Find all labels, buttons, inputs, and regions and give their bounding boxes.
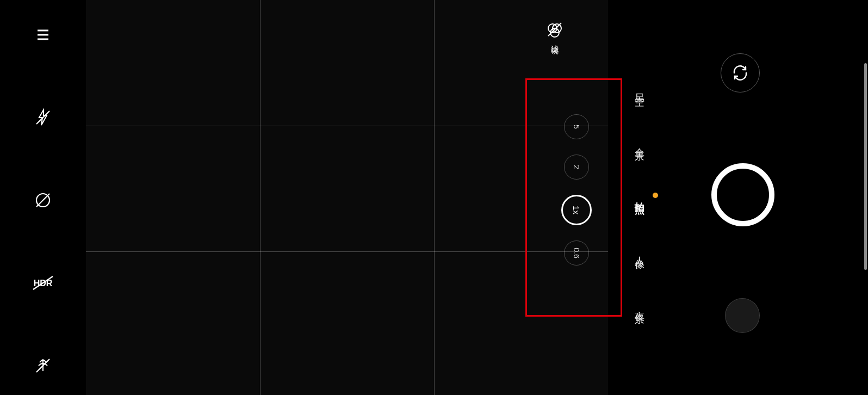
composition-grid-line: [86, 126, 608, 126]
left-toolbar: HDR: [0, 0, 86, 395]
composition-grid-line: [434, 0, 435, 395]
hdr-toggle[interactable]: HDR: [30, 270, 56, 296]
zoom-controls: 5 2 1x 0.6: [561, 114, 592, 266]
mode-active-indicator: [653, 193, 658, 198]
auto-enhance-toggle[interactable]: [30, 187, 56, 213]
zoom-0-6x-button[interactable]: 0.6: [564, 240, 589, 266]
zoom-5x-button[interactable]: 5: [564, 114, 589, 139]
right-controls: [664, 0, 816, 395]
mode-night[interactable]: 夜景: [633, 303, 646, 310]
mode-panorama[interactable]: 全景: [633, 140, 646, 146]
filter-icon: [546, 21, 563, 38]
switch-camera-button[interactable]: [721, 53, 760, 92]
flash-toggle[interactable]: [30, 104, 56, 131]
menu-button[interactable]: [30, 22, 56, 48]
filter-label: 滤镜: [550, 39, 560, 41]
hdr-off-icon: HDR: [31, 273, 55, 293]
camera-viewfinder[interactable]: [86, 0, 608, 395]
shutter-button[interactable]: [711, 163, 774, 226]
switch-camera-icon: [731, 64, 749, 82]
mode-portrait[interactable]: 人像: [633, 249, 646, 255]
mode-starry-sky[interactable]: 星空: [633, 85, 646, 92]
menu-icon: [33, 25, 53, 45]
composition-grid-line: [260, 0, 261, 395]
macro-off-icon: [33, 356, 53, 375]
zoom-1x-button[interactable]: 1x: [561, 195, 592, 225]
auto-enhance-off-icon: [33, 190, 53, 210]
mode-photo[interactable]: 拍照: [633, 194, 646, 201]
scrollbar[interactable]: [864, 63, 867, 270]
filter-button[interactable]: 滤镜: [546, 21, 563, 41]
macro-toggle[interactable]: [30, 353, 56, 379]
zoom-2x-button[interactable]: 2: [564, 155, 589, 180]
flash-off-icon: [33, 108, 53, 127]
gallery-thumbnail-button[interactable]: [725, 298, 760, 333]
mode-selector[interactable]: 星空 全景 拍照 人像 夜景: [623, 0, 656, 395]
composition-grid-line: [86, 251, 608, 252]
